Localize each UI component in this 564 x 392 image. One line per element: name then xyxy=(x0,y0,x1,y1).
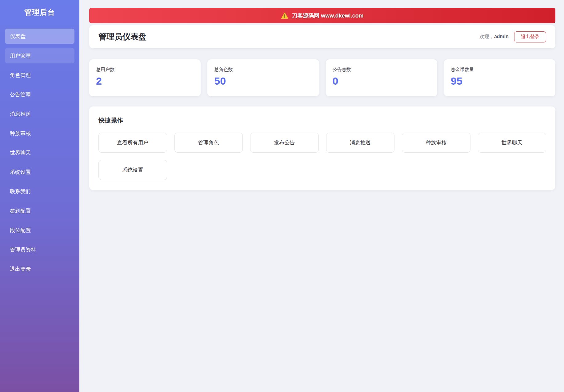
sidebar-item-4[interactable]: 消息推送 xyxy=(5,106,74,122)
quick-actions-grid: 查看所有用户管理角色发布公告消息推送种族审核世界聊天系统设置 xyxy=(98,133,546,180)
sidebar-item-12[interactable]: 退出登录 xyxy=(5,261,74,277)
sidebar-item-2[interactable]: 角色管理 xyxy=(5,67,74,83)
sidebar-item-10[interactable]: 段位配置 xyxy=(5,222,74,238)
quick-action-button-5[interactable]: 世界聊天 xyxy=(478,133,546,153)
stats-row: 总用户数2总角色数50公告总数0总金币数量95 xyxy=(89,59,555,96)
welcome-text: 欢迎，admin xyxy=(479,34,509,40)
sidebar-item-8[interactable]: 联系我们 xyxy=(5,184,74,199)
stat-value: 50 xyxy=(214,75,312,87)
stat-value: 0 xyxy=(333,75,430,87)
quick-actions-title: 快捷操作 xyxy=(98,116,546,125)
quick-action-button-6[interactable]: 系统设置 xyxy=(98,160,167,180)
sidebar-item-3[interactable]: 公告管理 xyxy=(5,87,74,102)
page-title: 管理员仪表盘 xyxy=(98,31,146,42)
stat-label: 总用户数 xyxy=(96,67,194,73)
quick-action-button-3[interactable]: 消息推送 xyxy=(326,133,395,153)
sidebar-item-6[interactable]: 世界聊天 xyxy=(5,145,74,160)
sidebar-item-11[interactable]: 管理员资料 xyxy=(5,242,74,257)
stat-card-1: 总角色数50 xyxy=(207,59,319,96)
header-card: 管理员仪表盘 欢迎，admin 退出登录 xyxy=(89,25,555,48)
quick-action-button-1[interactable]: 管理角色 xyxy=(174,133,243,153)
stat-label: 总角色数 xyxy=(214,67,312,73)
stat-value: 95 xyxy=(451,75,549,87)
warning-icon: ! xyxy=(281,12,288,19)
sidebar-item-0[interactable]: 仪表盘 xyxy=(5,29,74,44)
quick-actions-card: 快捷操作 查看所有用户管理角色发布公告消息推送种族审核世界聊天系统设置 xyxy=(89,106,555,190)
stat-label: 总金币数量 xyxy=(451,67,549,73)
stat-card-2: 公告总数0 xyxy=(326,59,437,96)
sidebar-item-9[interactable]: 签到配置 xyxy=(5,203,74,218)
stat-label: 公告总数 xyxy=(333,67,430,73)
welcome-prefix: 欢迎， xyxy=(479,34,494,39)
quick-action-button-0[interactable]: 查看所有用户 xyxy=(98,133,167,153)
stat-value: 2 xyxy=(96,75,194,87)
username: admin xyxy=(494,34,509,39)
stat-card-0: 总用户数2 xyxy=(89,59,201,96)
main-content: ! 刀客源码网 www.dkewl.com 管理员仪表盘 欢迎，admin 退出… xyxy=(79,0,564,392)
sidebar: 管理后台 仪表盘用户管理角色管理公告管理消息推送种族审核世界聊天系统设置联系我们… xyxy=(0,0,79,392)
sidebar-menu: 仪表盘用户管理角色管理公告管理消息推送种族审核世界聊天系统设置联系我们签到配置段… xyxy=(0,29,79,277)
quick-action-button-4[interactable]: 种族审核 xyxy=(402,133,470,153)
sidebar-item-5[interactable]: 种族审核 xyxy=(5,126,74,141)
stat-card-3: 总金币数量95 xyxy=(444,59,555,96)
header-right: 欢迎，admin 退出登录 xyxy=(479,31,546,42)
logout-button[interactable]: 退出登录 xyxy=(514,31,546,42)
notice-banner[interactable]: ! 刀客源码网 www.dkewl.com xyxy=(89,8,555,23)
sidebar-item-7[interactable]: 系统设置 xyxy=(5,164,74,180)
sidebar-title: 管理后台 xyxy=(0,7,79,17)
banner-text: 刀客源码网 www.dkewl.com xyxy=(292,12,363,19)
quick-action-button-2[interactable]: 发布公告 xyxy=(250,133,319,153)
sidebar-item-1[interactable]: 用户管理 xyxy=(5,48,74,63)
